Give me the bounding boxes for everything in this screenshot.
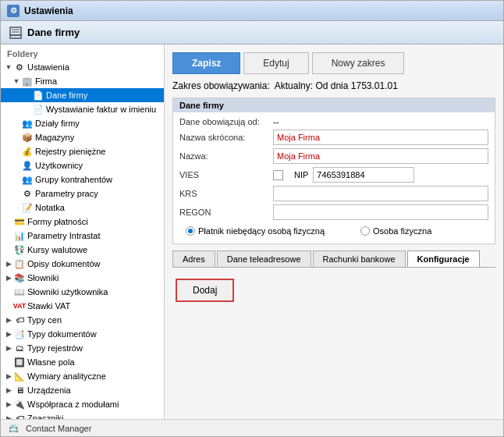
sidebar-item-rejestry[interactable]: ▶ 💰 Rejestry pieniężne <box>1 144 164 158</box>
radio-platnik[interactable] <box>186 226 195 236</box>
krs-input[interactable] <box>273 186 488 201</box>
sidebar-item-znaczniki[interactable]: ▶ 🏷 Znaczniki <box>1 411 164 419</box>
payment-icon: 💳 <box>13 215 26 228</box>
book-icon: 📚 <box>13 272 26 284</box>
expander-icon: ▶ <box>4 414 13 419</box>
box-icon: 📦 <box>21 131 34 144</box>
expander-icon: ▶ <box>4 343 13 353</box>
krs-label: KRS <box>179 189 273 198</box>
vies-checkbox[interactable] <box>273 170 283 180</box>
dodaj-button[interactable]: Dodaj <box>176 279 234 302</box>
vies-label: VIES <box>179 170 273 179</box>
vies-nip-group: NIP <box>273 167 488 183</box>
nazwa-skrocona-label: Nazwa skrócona: <box>179 133 273 142</box>
radio-option-platnik[interactable]: Płatnik niebędący osobą fizyczną <box>186 226 325 236</box>
expander-icon: ▶ <box>4 273 13 282</box>
gear-icon: ⚙ <box>13 61 26 73</box>
radio-option-fizyczna[interactable]: Osoba fizyczna <box>360 226 431 236</box>
expander-icon: ▶ <box>4 385 13 395</box>
sidebar-item-ustawienia[interactable]: ▼ ⚙ Ustawienia <box>1 60 164 74</box>
sidebar-item-wlasne-pola[interactable]: ▶ 🔲 Własne pola <box>1 355 164 369</box>
sidebar-item-typy-dokumentow[interactable]: ▶ 📑 Typy dokumentów <box>1 327 164 341</box>
validity-value: Aktualny: Od dnia 1753.01.01 <box>275 80 398 91</box>
money-icon: 💰 <box>21 145 34 158</box>
status-text: Contact Manager <box>26 424 91 433</box>
building-icon: 🏢 <box>21 75 34 87</box>
regon-row: REGON <box>179 204 488 220</box>
regon-label: REGON <box>179 208 273 217</box>
folders-label: Foldery <box>1 48 164 60</box>
tab-dane-teleadresowe[interactable]: Dane teleadresowe <box>217 250 311 267</box>
tab-content-konfiguracje: Dodaj <box>172 274 495 307</box>
sidebar: Foldery ▼ ⚙ Ustawienia ▼ 🏢 Firma ▶ 📄 Dan… <box>1 44 165 419</box>
radio-row: Płatnik niebędący osobą fizyczną Osoba f… <box>179 223 488 239</box>
sidebar-item-typy-rejestrow[interactable]: ▶ 🗂 Typy rejestrów <box>1 341 164 355</box>
expander-icon: ▶ <box>4 315 13 325</box>
expander-icon: ▼ <box>4 62 13 72</box>
toolbar: Zapisz Edytuj Nowy zakres <box>172 52 495 74</box>
regon-input[interactable] <box>273 204 488 220</box>
sidebar-item-firma[interactable]: ▼ 🏢 Firma <box>1 74 164 88</box>
sidebar-item-grupy[interactable]: ▶ 👥 Grupy kontrahentów <box>1 172 164 187</box>
sidebar-item-formy[interactable]: ▶ 💳 Formy płatności <box>1 215 164 229</box>
nazwa-skrocona-row: Nazwa skrócona: <box>179 130 488 145</box>
dim-icon: 📐 <box>13 370 26 382</box>
section-header: Dane firmy <box>1 21 503 44</box>
people-icon: 👥 <box>21 117 34 130</box>
new-range-button[interactable]: Nowy zakres <box>312 52 405 74</box>
radio-fizyczna-label: Osoba fizyczna <box>373 226 431 236</box>
sidebar-item-wymiary[interactable]: ▶ 📐 Wymiary analityczne <box>1 369 164 383</box>
sidebar-item-wystawianie[interactable]: ▶ 📄 Wystawianie faktur w imieniu <box>1 102 164 116</box>
device-icon: 🖥 <box>13 384 26 396</box>
sidebar-item-magazyny[interactable]: ▶ 📦 Magazyny <box>1 130 164 144</box>
content-area: Foldery ▼ ⚙ Ustawienia ▼ 🏢 Firma ▶ 📄 Dan… <box>1 44 503 419</box>
dane-firmy-section: Dane firmy Dane obowiązują od: - - Nazwa… <box>172 98 495 244</box>
param-icon: ⚙ <box>21 187 34 200</box>
edit-button[interactable]: Edytuj <box>243 52 308 74</box>
note-icon: 📝 <box>21 201 34 214</box>
doc2-icon: 📋 <box>13 258 26 270</box>
expander-icon: ▶ <box>4 371 13 381</box>
nazwa-input[interactable] <box>273 148 488 164</box>
group-icon: 👥 <box>21 173 34 186</box>
nip-input[interactable] <box>313 167 414 183</box>
nazwa-skrocona-input[interactable] <box>273 130 488 145</box>
sidebar-item-typy-cen[interactable]: ▶ 🏷 Typy cen <box>1 313 164 327</box>
svg-rect-0 <box>10 27 21 35</box>
sidebar-item-opisy[interactable]: ▶ 📋 Opisy dokumentów <box>1 257 164 271</box>
radio-fizyczna[interactable] <box>360 226 370 236</box>
sidebar-item-urzadzenia[interactable]: ▶ 🖥 Urządzenia <box>1 383 164 397</box>
sidebar-item-notatka[interactable]: ▶ 📝 Notatka <box>1 201 164 215</box>
data-obowiazuje-row: Dane obowiązują od: - - <box>179 117 488 126</box>
expander-icon: ▶ <box>4 329 13 339</box>
save-button[interactable]: Zapisz <box>172 52 240 74</box>
sidebar-item-param-intrastat[interactable]: ▶ 📊 Parametry Intrastat <box>1 229 164 243</box>
sidebar-item-stawki-vat[interactable]: ▶ VAT Stawki VAT <box>1 299 164 313</box>
tab-adres[interactable]: Adres <box>172 250 215 267</box>
tabs-row: Adres Dane teleadresowe Rachunki bankowe… <box>172 250 495 268</box>
sidebar-item-dzialy[interactable]: ▶ 👥 Działy firmy <box>1 116 164 130</box>
vies-nip-row: VIES NIP <box>179 167 488 183</box>
currency-icon: 💱 <box>13 243 26 256</box>
module-icon: 🔌 <box>13 398 26 410</box>
sidebar-item-dane-firmy[interactable]: ▶ 📄 Dane firmy <box>1 88 164 102</box>
vat-icon: VAT <box>13 300 26 312</box>
sidebar-item-parametry[interactable]: ▶ ⚙ Parametry pracy <box>1 187 164 201</box>
intrastat-icon: 📊 <box>13 229 26 242</box>
data-obowiazuje-dash: - <box>276 117 279 126</box>
sidebar-item-kursy[interactable]: ▶ 💱 Kursy walutowe <box>1 243 164 257</box>
sidebar-item-slowniki[interactable]: ▶ 📚 Słowniki <box>1 271 164 285</box>
tab-konfiguracje[interactable]: Konfiguracje <box>407 250 480 267</box>
svg-rect-1 <box>10 35 21 38</box>
dane-firmy-header: Dane firmy <box>173 98 495 112</box>
doc-icon: 📄 <box>32 89 44 101</box>
tab-rachunki-bankowe[interactable]: Rachunki bankowe <box>313 250 406 267</box>
sidebar-item-uzytkownicy[interactable]: ▶ 👤 Użytkownicy <box>1 158 164 172</box>
sidebar-item-slowniki-uzytkownika[interactable]: ▶ 📖 Słowniki użytkownika <box>1 285 164 299</box>
validity-row: Zakres obowiązywania: Aktualny: Od dnia … <box>172 80 495 91</box>
validity-label: Zakres obowiązywania: <box>172 80 270 91</box>
expander-icon: ▶ <box>4 400 13 409</box>
nazwa-label: Nazwa: <box>179 151 273 161</box>
sidebar-item-wspolpraca[interactable]: ▶ 🔌 Współpraca z modułami <box>1 397 164 411</box>
title-bar-icon: ⚙ <box>7 5 20 17</box>
